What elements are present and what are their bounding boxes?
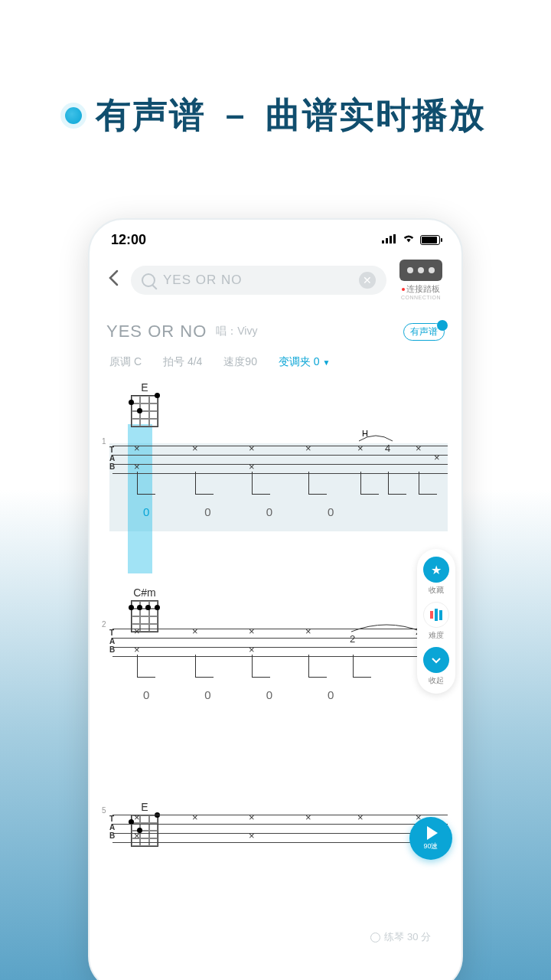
wifi-icon — [402, 233, 416, 247]
promo-heading: 有声谱 － 曲谱实时播放 — [0, 0, 551, 170]
measure-number: 5 — [102, 806, 106, 815]
tablature-area[interactable]: E 1 TAB ×× × ×× × × 4 × × H — [90, 378, 461, 848]
chevron-down-icon — [423, 647, 449, 673]
measure-number: 1 — [102, 437, 106, 446]
star-icon: ★ — [423, 557, 449, 583]
tab-measure: 1 TAB ×× × ×× × × 4 × × H 0000 — [90, 439, 461, 531]
heading-dot-icon — [65, 107, 82, 124]
song-meta-row: 原调 C 拍号 4/4 速度90 变调夹 0 ▼ — [90, 349, 461, 378]
back-button[interactable] — [103, 265, 123, 295]
singer-label: 唱：Vivy — [216, 325, 257, 338]
song-title: YES OR NO — [106, 322, 207, 341]
fret-numbers: 0000 — [112, 662, 448, 714]
play-speed-label: 90速 — [423, 841, 438, 851]
svg-rect-3 — [393, 234, 396, 243]
play-icon — [427, 826, 438, 840]
chord-diagram: E — [131, 381, 158, 427]
favorite-button[interactable]: ★ 收藏 — [423, 557, 449, 596]
svg-rect-0 — [382, 240, 384, 243]
svg-rect-2 — [390, 236, 392, 243]
bars-icon — [423, 602, 449, 628]
phone-frame: 12:00 YES OR NO ✕ 连接踏板 CONNECTION YES OR… — [88, 218, 463, 980]
meta-capo-selector[interactable]: 变调夹 0 ▼ — [279, 355, 330, 369]
tab-measure: 5 TAB ×× × ×× × × × — [90, 808, 461, 848]
meta-key: 原调 C — [109, 355, 142, 369]
clear-search-icon[interactable]: ✕ — [359, 272, 376, 289]
chord-name: C#m — [131, 586, 158, 599]
search-text: YES OR NO — [163, 273, 359, 288]
fret-numbers: 0000 — [112, 479, 448, 531]
heading-text: 有声谱 － 曲谱实时播放 — [96, 92, 486, 139]
battery-icon — [420, 235, 440, 245]
song-info-row: YES OR NO 唱：Vivy 有声谱 — [90, 306, 461, 349]
collapse-button[interactable]: 收起 — [423, 647, 449, 686]
meta-time-signature: 拍号 4/4 — [163, 355, 202, 369]
play-button[interactable]: 90速 — [409, 817, 452, 860]
connect-pedal-button[interactable]: 连接踏板 CONNECTION — [394, 260, 448, 300]
pedal-label: 连接踏板 — [406, 284, 440, 293]
stopwatch-icon — [370, 933, 380, 942]
difficulty-button[interactable]: 难度 — [423, 602, 449, 641]
status-bar: 12:00 — [90, 220, 461, 253]
tab-measure: 2 TAB ×× × ×× × 2 2 × 0000 — [90, 622, 461, 714]
search-input[interactable]: YES OR NO ✕ — [131, 266, 386, 295]
status-icons — [382, 233, 440, 247]
svg-rect-1 — [386, 238, 388, 243]
pedal-icon — [399, 260, 442, 281]
practice-timer[interactable]: 练琴 30 分 — [370, 930, 431, 944]
audio-score-badge[interactable]: 有声谱 — [403, 323, 445, 341]
pedal-sublabel: CONNECTION — [401, 295, 441, 300]
measure-number: 2 — [102, 620, 106, 629]
status-time: 12:00 — [111, 232, 146, 248]
meta-tempo: 速度90 — [223, 355, 257, 369]
chord-name: E — [131, 381, 158, 394]
cellular-signal-icon — [382, 233, 397, 247]
side-action-panel: ★ 收藏 难度 收起 — [417, 549, 455, 694]
header: YES OR NO ✕ 连接踏板 CONNECTION — [90, 253, 461, 306]
search-icon — [142, 273, 155, 287]
